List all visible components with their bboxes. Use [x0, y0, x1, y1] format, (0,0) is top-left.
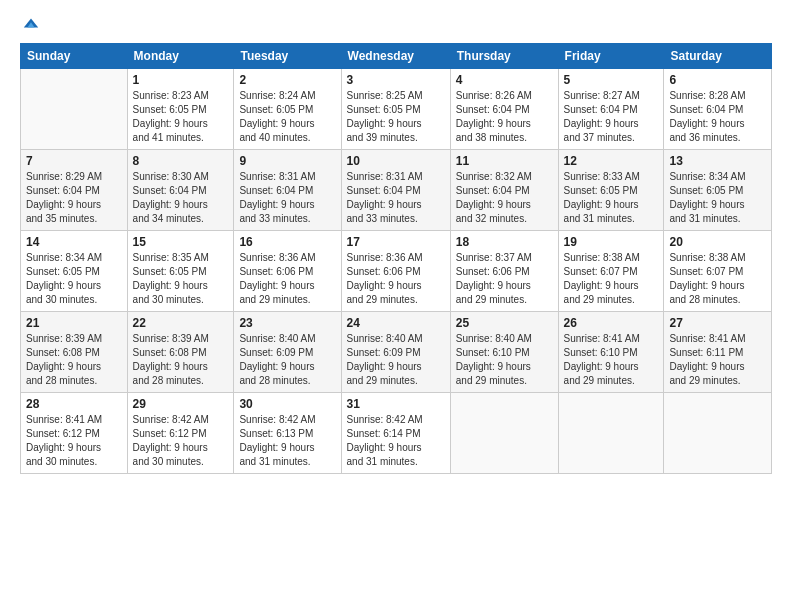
day-number: 9 [239, 154, 335, 168]
day-info: Sunrise: 8:39 AMSunset: 6:08 PMDaylight:… [26, 332, 122, 388]
logo-icon [22, 15, 40, 33]
calendar-cell: 1Sunrise: 8:23 AMSunset: 6:05 PMDaylight… [127, 69, 234, 150]
day-number: 24 [347, 316, 445, 330]
calendar-cell: 26Sunrise: 8:41 AMSunset: 6:10 PMDayligh… [558, 312, 664, 393]
calendar-cell: 3Sunrise: 8:25 AMSunset: 6:05 PMDaylight… [341, 69, 450, 150]
day-number: 20 [669, 235, 766, 249]
calendar-cell: 5Sunrise: 8:27 AMSunset: 6:04 PMDaylight… [558, 69, 664, 150]
day-number: 6 [669, 73, 766, 87]
calendar-week-row: 1Sunrise: 8:23 AMSunset: 6:05 PMDaylight… [21, 69, 772, 150]
day-info: Sunrise: 8:42 AMSunset: 6:13 PMDaylight:… [239, 413, 335, 469]
day-info: Sunrise: 8:38 AMSunset: 6:07 PMDaylight:… [669, 251, 766, 307]
day-number: 15 [133, 235, 229, 249]
calendar-cell: 4Sunrise: 8:26 AMSunset: 6:04 PMDaylight… [450, 69, 558, 150]
calendar-week-row: 21Sunrise: 8:39 AMSunset: 6:08 PMDayligh… [21, 312, 772, 393]
day-number: 30 [239, 397, 335, 411]
col-header-friday: Friday [558, 44, 664, 69]
calendar-cell: 28Sunrise: 8:41 AMSunset: 6:12 PMDayligh… [21, 393, 128, 474]
day-number: 25 [456, 316, 553, 330]
calendar-cell: 30Sunrise: 8:42 AMSunset: 6:13 PMDayligh… [234, 393, 341, 474]
logo [20, 15, 40, 33]
calendar-cell: 6Sunrise: 8:28 AMSunset: 6:04 PMDaylight… [664, 69, 772, 150]
header [20, 15, 772, 33]
day-number: 1 [133, 73, 229, 87]
day-number: 11 [456, 154, 553, 168]
day-number: 14 [26, 235, 122, 249]
day-info: Sunrise: 8:40 AMSunset: 6:09 PMDaylight:… [239, 332, 335, 388]
day-info: Sunrise: 8:31 AMSunset: 6:04 PMDaylight:… [347, 170, 445, 226]
calendar-cell: 17Sunrise: 8:36 AMSunset: 6:06 PMDayligh… [341, 231, 450, 312]
day-info: Sunrise: 8:40 AMSunset: 6:09 PMDaylight:… [347, 332, 445, 388]
calendar-cell: 20Sunrise: 8:38 AMSunset: 6:07 PMDayligh… [664, 231, 772, 312]
calendar-cell [664, 393, 772, 474]
day-number: 7 [26, 154, 122, 168]
day-number: 16 [239, 235, 335, 249]
day-number: 18 [456, 235, 553, 249]
page: SundayMondayTuesdayWednesdayThursdayFrid… [0, 0, 792, 612]
day-info: Sunrise: 8:27 AMSunset: 6:04 PMDaylight:… [564, 89, 659, 145]
calendar-cell: 13Sunrise: 8:34 AMSunset: 6:05 PMDayligh… [664, 150, 772, 231]
day-info: Sunrise: 8:40 AMSunset: 6:10 PMDaylight:… [456, 332, 553, 388]
day-info: Sunrise: 8:41 AMSunset: 6:12 PMDaylight:… [26, 413, 122, 469]
day-number: 10 [347, 154, 445, 168]
calendar-cell: 11Sunrise: 8:32 AMSunset: 6:04 PMDayligh… [450, 150, 558, 231]
day-info: Sunrise: 8:24 AMSunset: 6:05 PMDaylight:… [239, 89, 335, 145]
calendar-cell: 29Sunrise: 8:42 AMSunset: 6:12 PMDayligh… [127, 393, 234, 474]
calendar-week-row: 14Sunrise: 8:34 AMSunset: 6:05 PMDayligh… [21, 231, 772, 312]
col-header-monday: Monday [127, 44, 234, 69]
calendar-cell: 27Sunrise: 8:41 AMSunset: 6:11 PMDayligh… [664, 312, 772, 393]
day-info: Sunrise: 8:42 AMSunset: 6:12 PMDaylight:… [133, 413, 229, 469]
calendar-cell: 22Sunrise: 8:39 AMSunset: 6:08 PMDayligh… [127, 312, 234, 393]
day-info: Sunrise: 8:36 AMSunset: 6:06 PMDaylight:… [347, 251, 445, 307]
day-number: 22 [133, 316, 229, 330]
calendar-table: SundayMondayTuesdayWednesdayThursdayFrid… [20, 43, 772, 474]
calendar-week-row: 7Sunrise: 8:29 AMSunset: 6:04 PMDaylight… [21, 150, 772, 231]
day-number: 27 [669, 316, 766, 330]
calendar-week-row: 28Sunrise: 8:41 AMSunset: 6:12 PMDayligh… [21, 393, 772, 474]
day-info: Sunrise: 8:23 AMSunset: 6:05 PMDaylight:… [133, 89, 229, 145]
day-number: 3 [347, 73, 445, 87]
day-number: 29 [133, 397, 229, 411]
day-info: Sunrise: 8:34 AMSunset: 6:05 PMDaylight:… [669, 170, 766, 226]
calendar-cell: 24Sunrise: 8:40 AMSunset: 6:09 PMDayligh… [341, 312, 450, 393]
col-header-saturday: Saturday [664, 44, 772, 69]
day-info: Sunrise: 8:41 AMSunset: 6:10 PMDaylight:… [564, 332, 659, 388]
calendar-cell: 19Sunrise: 8:38 AMSunset: 6:07 PMDayligh… [558, 231, 664, 312]
day-number: 2 [239, 73, 335, 87]
calendar-cell: 25Sunrise: 8:40 AMSunset: 6:10 PMDayligh… [450, 312, 558, 393]
day-info: Sunrise: 8:28 AMSunset: 6:04 PMDaylight:… [669, 89, 766, 145]
day-info: Sunrise: 8:31 AMSunset: 6:04 PMDaylight:… [239, 170, 335, 226]
day-number: 5 [564, 73, 659, 87]
calendar-cell: 10Sunrise: 8:31 AMSunset: 6:04 PMDayligh… [341, 150, 450, 231]
calendar-cell: 2Sunrise: 8:24 AMSunset: 6:05 PMDaylight… [234, 69, 341, 150]
calendar-cell [450, 393, 558, 474]
col-header-wednesday: Wednesday [341, 44, 450, 69]
day-number: 26 [564, 316, 659, 330]
day-info: Sunrise: 8:37 AMSunset: 6:06 PMDaylight:… [456, 251, 553, 307]
day-number: 13 [669, 154, 766, 168]
day-info: Sunrise: 8:30 AMSunset: 6:04 PMDaylight:… [133, 170, 229, 226]
calendar-cell: 21Sunrise: 8:39 AMSunset: 6:08 PMDayligh… [21, 312, 128, 393]
day-info: Sunrise: 8:38 AMSunset: 6:07 PMDaylight:… [564, 251, 659, 307]
calendar-cell: 18Sunrise: 8:37 AMSunset: 6:06 PMDayligh… [450, 231, 558, 312]
calendar-cell: 14Sunrise: 8:34 AMSunset: 6:05 PMDayligh… [21, 231, 128, 312]
day-info: Sunrise: 8:32 AMSunset: 6:04 PMDaylight:… [456, 170, 553, 226]
day-number: 23 [239, 316, 335, 330]
day-info: Sunrise: 8:39 AMSunset: 6:08 PMDaylight:… [133, 332, 229, 388]
day-number: 8 [133, 154, 229, 168]
day-info: Sunrise: 8:34 AMSunset: 6:05 PMDaylight:… [26, 251, 122, 307]
day-number: 4 [456, 73, 553, 87]
day-info: Sunrise: 8:29 AMSunset: 6:04 PMDaylight:… [26, 170, 122, 226]
col-header-thursday: Thursday [450, 44, 558, 69]
calendar-cell [558, 393, 664, 474]
day-info: Sunrise: 8:35 AMSunset: 6:05 PMDaylight:… [133, 251, 229, 307]
calendar-cell: 12Sunrise: 8:33 AMSunset: 6:05 PMDayligh… [558, 150, 664, 231]
day-info: Sunrise: 8:33 AMSunset: 6:05 PMDaylight:… [564, 170, 659, 226]
day-info: Sunrise: 8:41 AMSunset: 6:11 PMDaylight:… [669, 332, 766, 388]
day-info: Sunrise: 8:26 AMSunset: 6:04 PMDaylight:… [456, 89, 553, 145]
day-number: 19 [564, 235, 659, 249]
calendar-cell: 15Sunrise: 8:35 AMSunset: 6:05 PMDayligh… [127, 231, 234, 312]
day-number: 31 [347, 397, 445, 411]
calendar-cell [21, 69, 128, 150]
calendar-cell: 16Sunrise: 8:36 AMSunset: 6:06 PMDayligh… [234, 231, 341, 312]
